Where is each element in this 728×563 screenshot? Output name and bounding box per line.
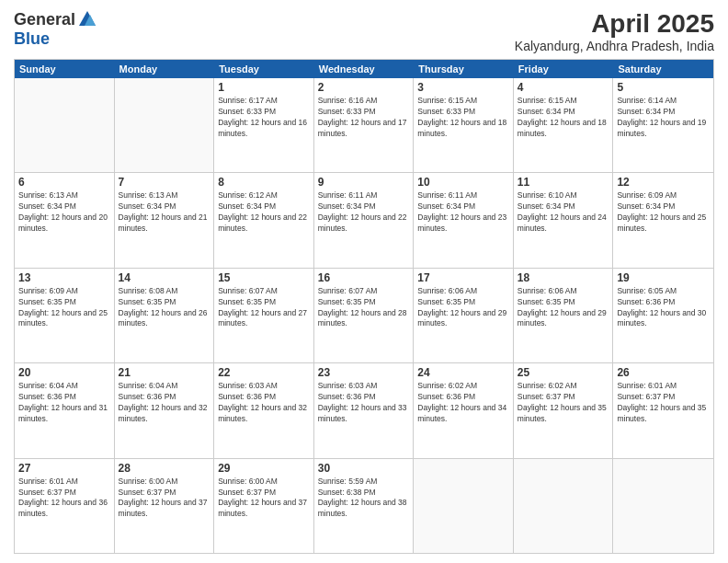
calendar-row-0: 1Sunrise: 6:17 AM Sunset: 6:33 PM Daylig…: [15, 78, 713, 173]
day-info: Sunrise: 6:09 AM Sunset: 6:34 PM Dayligh…: [617, 190, 710, 235]
calendar-row-3: 20Sunrise: 6:04 AM Sunset: 6:36 PM Dayli…: [15, 363, 713, 458]
day-info: Sunrise: 6:01 AM Sunset: 6:37 PM Dayligh…: [617, 381, 710, 425]
day-number: 15: [218, 271, 310, 284]
day-info: Sunrise: 6:06 AM Sunset: 6:35 PM Dayligh…: [417, 286, 509, 330]
calendar-cell: 6Sunrise: 6:13 AM Sunset: 6:34 PM Daylig…: [15, 173, 115, 267]
day-number: 27: [18, 462, 110, 475]
calendar-cell: 7Sunrise: 6:13 AM Sunset: 6:34 PM Daylig…: [115, 173, 215, 267]
calendar-cell: 28Sunrise: 6:00 AM Sunset: 6:37 PM Dayli…: [115, 459, 215, 553]
day-info: Sunrise: 6:15 AM Sunset: 6:33 PM Dayligh…: [417, 96, 509, 140]
day-info: Sunrise: 6:00 AM Sunset: 6:37 PM Dayligh…: [218, 477, 310, 521]
calendar-cell: [115, 78, 215, 172]
subtitle: Kalyandurg, Andhra Pradesh, India: [515, 39, 714, 53]
main-title: April 2025: [515, 9, 714, 39]
day-info: Sunrise: 6:02 AM Sunset: 6:36 PM Dayligh…: [417, 381, 509, 425]
calendar-cell: 4Sunrise: 6:15 AM Sunset: 6:34 PM Daylig…: [514, 78, 614, 172]
calendar-cell: 16Sunrise: 6:07 AM Sunset: 6:35 PM Dayli…: [314, 269, 415, 362]
day-number: 18: [518, 271, 609, 284]
calendar-cell: 23Sunrise: 6:03 AM Sunset: 6:36 PM Dayli…: [314, 363, 415, 457]
page: General Blue April 2025 Kalyandurg, Andh…: [0, 0, 728, 563]
calendar-cell: 15Sunrise: 6:07 AM Sunset: 6:35 PM Dayli…: [214, 269, 314, 362]
day-number: 8: [218, 176, 310, 189]
calendar-cell: 25Sunrise: 6:02 AM Sunset: 6:37 PM Dayli…: [514, 363, 614, 457]
day-number: 6: [18, 176, 110, 189]
weekday-header-thursday: Thursday: [414, 60, 514, 78]
day-info: Sunrise: 6:14 AM Sunset: 6:34 PM Dayligh…: [617, 96, 710, 140]
day-number: 20: [18, 366, 110, 379]
calendar-cell: 11Sunrise: 6:10 AM Sunset: 6:34 PM Dayli…: [514, 173, 614, 267]
day-number: 12: [617, 176, 710, 189]
header: General Blue April 2025 Kalyandurg, Andh…: [14, 9, 714, 53]
day-number: 10: [417, 176, 509, 189]
day-number: 21: [119, 366, 210, 379]
day-number: 1: [218, 81, 310, 94]
day-info: Sunrise: 5:59 AM Sunset: 6:38 PM Dayligh…: [318, 477, 410, 521]
calendar-cell: [414, 459, 514, 553]
day-number: 30: [318, 462, 410, 475]
day-info: Sunrise: 6:09 AM Sunset: 6:35 PM Dayligh…: [18, 286, 110, 330]
day-info: Sunrise: 6:13 AM Sunset: 6:34 PM Dayligh…: [18, 190, 110, 235]
weekday-header-friday: Friday: [514, 60, 614, 78]
calendar-cell: 21Sunrise: 6:04 AM Sunset: 6:36 PM Dayli…: [115, 363, 215, 457]
day-info: Sunrise: 6:07 AM Sunset: 6:35 PM Dayligh…: [318, 286, 410, 330]
day-number: 11: [518, 176, 609, 189]
calendar-cell: 18Sunrise: 6:06 AM Sunset: 6:35 PM Dayli…: [514, 269, 614, 362]
calendar-body: 1Sunrise: 6:17 AM Sunset: 6:33 PM Daylig…: [15, 78, 713, 553]
weekday-header-tuesday: Tuesday: [214, 60, 314, 78]
weekday-header-monday: Monday: [115, 60, 215, 78]
day-number: 26: [617, 366, 710, 379]
logo: General Blue: [14, 9, 97, 49]
calendar-row-1: 6Sunrise: 6:13 AM Sunset: 6:34 PM Daylig…: [15, 173, 713, 268]
calendar-cell: 27Sunrise: 6:01 AM Sunset: 6:37 PM Dayli…: [15, 459, 115, 553]
day-number: 19: [617, 271, 710, 284]
day-info: Sunrise: 6:04 AM Sunset: 6:36 PM Dayligh…: [119, 381, 210, 425]
day-info: Sunrise: 6:01 AM Sunset: 6:37 PM Dayligh…: [18, 477, 110, 521]
day-info: Sunrise: 6:11 AM Sunset: 6:34 PM Dayligh…: [318, 190, 410, 235]
day-info: Sunrise: 6:04 AM Sunset: 6:36 PM Dayligh…: [18, 381, 110, 425]
day-info: Sunrise: 6:07 AM Sunset: 6:35 PM Dayligh…: [218, 286, 310, 330]
logo-icon: [77, 9, 97, 29]
calendar-cell: 9Sunrise: 6:11 AM Sunset: 6:34 PM Daylig…: [314, 173, 415, 267]
calendar-cell: 13Sunrise: 6:09 AM Sunset: 6:35 PM Dayli…: [15, 269, 115, 362]
day-number: 5: [617, 81, 710, 94]
day-number: 29: [218, 462, 310, 475]
calendar-cell: [15, 78, 115, 172]
day-info: Sunrise: 6:15 AM Sunset: 6:34 PM Dayligh…: [518, 96, 609, 140]
day-number: 17: [417, 271, 509, 284]
day-number: 14: [119, 271, 210, 284]
day-info: Sunrise: 6:11 AM Sunset: 6:34 PM Dayligh…: [417, 190, 509, 235]
day-info: Sunrise: 6:05 AM Sunset: 6:36 PM Dayligh…: [617, 286, 710, 330]
day-number: 28: [119, 462, 210, 475]
day-info: Sunrise: 6:13 AM Sunset: 6:34 PM Dayligh…: [119, 190, 210, 235]
calendar-cell: 8Sunrise: 6:12 AM Sunset: 6:34 PM Daylig…: [214, 173, 314, 267]
day-info: Sunrise: 6:00 AM Sunset: 6:37 PM Dayligh…: [119, 477, 210, 521]
day-number: 13: [18, 271, 110, 284]
calendar-cell: [613, 459, 713, 553]
calendar-cell: 19Sunrise: 6:05 AM Sunset: 6:36 PM Dayli…: [613, 269, 713, 362]
day-info: Sunrise: 6:02 AM Sunset: 6:37 PM Dayligh…: [518, 381, 609, 425]
weekday-header-saturday: Saturday: [613, 60, 713, 78]
logo-general-text: General: [14, 10, 75, 29]
calendar: SundayMondayTuesdayWednesdayThursdayFrid…: [14, 59, 714, 554]
day-info: Sunrise: 6:17 AM Sunset: 6:33 PM Dayligh…: [218, 96, 310, 140]
day-number: 3: [417, 81, 509, 94]
calendar-cell: 17Sunrise: 6:06 AM Sunset: 6:35 PM Dayli…: [414, 269, 514, 362]
day-info: Sunrise: 6:12 AM Sunset: 6:34 PM Dayligh…: [218, 190, 310, 235]
day-info: Sunrise: 6:03 AM Sunset: 6:36 PM Dayligh…: [218, 381, 310, 425]
day-number: 9: [318, 176, 410, 189]
calendar-cell: 12Sunrise: 6:09 AM Sunset: 6:34 PM Dayli…: [613, 173, 713, 267]
calendar-cell: 3Sunrise: 6:15 AM Sunset: 6:33 PM Daylig…: [414, 78, 514, 172]
calendar-cell: 30Sunrise: 5:59 AM Sunset: 6:38 PM Dayli…: [314, 459, 415, 553]
calendar-row-2: 13Sunrise: 6:09 AM Sunset: 6:35 PM Dayli…: [15, 269, 713, 363]
calendar-cell: 26Sunrise: 6:01 AM Sunset: 6:37 PM Dayli…: [613, 363, 713, 457]
day-number: 22: [218, 366, 310, 379]
day-info: Sunrise: 6:08 AM Sunset: 6:35 PM Dayligh…: [119, 286, 210, 330]
day-number: 4: [518, 81, 609, 94]
day-info: Sunrise: 6:06 AM Sunset: 6:35 PM Dayligh…: [518, 286, 609, 330]
calendar-cell: [514, 459, 614, 553]
calendar-cell: 24Sunrise: 6:02 AM Sunset: 6:36 PM Dayli…: [414, 363, 514, 457]
calendar-cell: 14Sunrise: 6:08 AM Sunset: 6:35 PM Dayli…: [115, 269, 215, 362]
calendar-cell: 5Sunrise: 6:14 AM Sunset: 6:34 PM Daylig…: [613, 78, 713, 172]
day-number: 16: [318, 271, 410, 284]
day-info: Sunrise: 6:03 AM Sunset: 6:36 PM Dayligh…: [318, 381, 410, 425]
